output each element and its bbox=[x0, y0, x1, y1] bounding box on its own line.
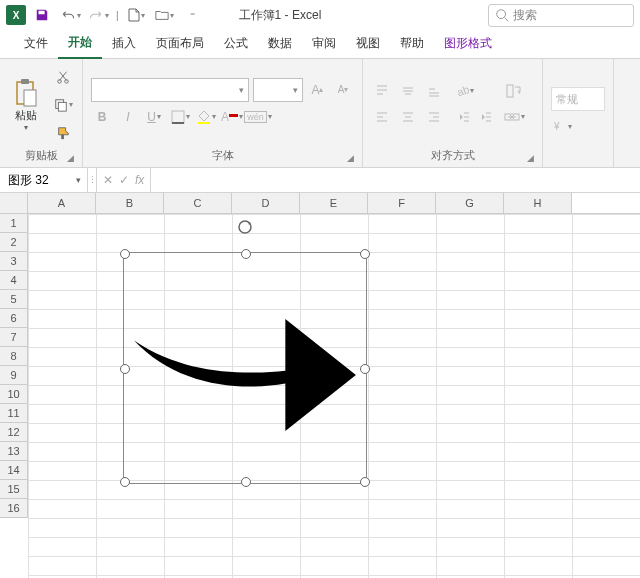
border-button[interactable]: ▾ bbox=[169, 106, 191, 128]
col-header[interactable]: H bbox=[504, 193, 572, 213]
align-right-button[interactable] bbox=[423, 106, 445, 128]
svg-text:ab: ab bbox=[455, 84, 469, 98]
open-file-button[interactable]: ▾ bbox=[153, 3, 177, 27]
row-header[interactable]: 14 bbox=[0, 461, 28, 480]
align-bottom-button[interactable] bbox=[423, 80, 445, 102]
tab-data[interactable]: 数据 bbox=[258, 29, 302, 58]
format-painter-button[interactable] bbox=[52, 122, 74, 144]
underline-button[interactable]: U▾ bbox=[143, 106, 165, 128]
col-header[interactable]: E bbox=[300, 193, 368, 213]
resize-handle-se[interactable] bbox=[360, 477, 370, 487]
group-font: ▾ ▾ A▴ A▾ B I U▾ ▾ ▾ A▾ wén▾ 字体◢ bbox=[83, 59, 363, 167]
wrap-text-button[interactable] bbox=[503, 80, 525, 102]
col-header[interactable]: A bbox=[28, 193, 96, 213]
fill-color-button[interactable]: ▾ bbox=[195, 106, 217, 128]
search-placeholder: 搜索 bbox=[513, 7, 537, 24]
tab-page-layout[interactable]: 页面布局 bbox=[146, 29, 214, 58]
name-box-input[interactable] bbox=[6, 172, 66, 188]
arrow-shape-icon bbox=[124, 293, 366, 431]
align-middle-button[interactable] bbox=[397, 80, 419, 102]
ribbon: 粘贴 ▾ ▾ 剪贴板◢ ▾ ▾ A▴ A▾ B bbox=[0, 59, 640, 168]
decrease-indent-button[interactable] bbox=[453, 106, 475, 128]
search-box[interactable]: 搜索 bbox=[488, 4, 634, 27]
row-header[interactable]: 7 bbox=[0, 328, 28, 347]
resize-handle-ne[interactable] bbox=[360, 249, 370, 259]
row-header[interactable]: 9 bbox=[0, 366, 28, 385]
undo-button[interactable]: ▾ bbox=[58, 3, 82, 27]
col-header[interactable]: D bbox=[232, 193, 300, 213]
col-header[interactable]: F bbox=[368, 193, 436, 213]
row-header[interactable]: 5 bbox=[0, 290, 28, 309]
col-header[interactable]: B bbox=[96, 193, 164, 213]
col-header[interactable]: G bbox=[436, 193, 504, 213]
align-center-button[interactable] bbox=[397, 106, 419, 128]
redo-button[interactable]: ▾ bbox=[86, 3, 110, 27]
clipboard-launcher[interactable]: ◢ bbox=[67, 153, 74, 163]
resize-handle-nw[interactable] bbox=[120, 249, 130, 259]
cut-button[interactable] bbox=[52, 66, 74, 88]
tab-formulas[interactable]: 公式 bbox=[214, 29, 258, 58]
orientation-button[interactable]: ab▾ bbox=[453, 80, 475, 102]
col-header[interactable]: C bbox=[164, 193, 232, 213]
tab-help[interactable]: 帮助 bbox=[390, 29, 434, 58]
row-header[interactable]: 4 bbox=[0, 271, 28, 290]
row-header[interactable]: 16 bbox=[0, 499, 28, 518]
decrease-font-button[interactable]: A▾ bbox=[332, 79, 354, 101]
select-all-corner[interactable] bbox=[0, 193, 28, 213]
row-header[interactable]: 8 bbox=[0, 347, 28, 366]
merge-center-button[interactable]: ▾ bbox=[503, 106, 525, 128]
row-header[interactable]: 6 bbox=[0, 309, 28, 328]
cancel-formula-button[interactable]: ✕ bbox=[103, 173, 113, 187]
resize-handle-sw[interactable] bbox=[120, 477, 130, 487]
row-header[interactable]: 12 bbox=[0, 423, 28, 442]
increase-font-button[interactable]: A▴ bbox=[307, 79, 329, 101]
tab-view[interactable]: 视图 bbox=[346, 29, 390, 58]
group-clipboard: 粘贴 ▾ ▾ 剪贴板◢ bbox=[0, 59, 83, 167]
tab-home[interactable]: 开始 bbox=[58, 28, 102, 59]
rotate-handle[interactable] bbox=[237, 219, 253, 235]
cells-area[interactable] bbox=[28, 214, 640, 578]
resize-handle-n[interactable] bbox=[241, 249, 251, 259]
accounting-format-button[interactable]: ¥▾ bbox=[551, 115, 573, 137]
formula-input[interactable] bbox=[151, 168, 640, 192]
new-file-button[interactable]: ▾ bbox=[125, 3, 149, 27]
name-box-dropdown[interactable]: ▾ bbox=[76, 175, 81, 185]
row-header[interactable]: 2 bbox=[0, 233, 28, 252]
tab-review[interactable]: 审阅 bbox=[302, 29, 346, 58]
italic-button[interactable]: I bbox=[117, 106, 139, 128]
selected-shape[interactable] bbox=[123, 252, 367, 484]
tab-file[interactable]: 文件 bbox=[14, 29, 58, 58]
tab-insert[interactable]: 插入 bbox=[102, 29, 146, 58]
font-launcher[interactable]: ◢ bbox=[347, 153, 354, 163]
svg-line-1 bbox=[505, 17, 509, 21]
svg-rect-8 bbox=[58, 102, 66, 111]
align-left-button[interactable] bbox=[371, 106, 393, 128]
paste-button[interactable]: 粘贴 ▾ bbox=[8, 77, 44, 133]
row-header[interactable]: 11 bbox=[0, 404, 28, 423]
row-header[interactable]: 13 bbox=[0, 442, 28, 461]
align-top-button[interactable] bbox=[371, 80, 393, 102]
number-format-combo[interactable]: 常规 bbox=[551, 87, 605, 111]
increase-indent-button[interactable] bbox=[475, 106, 497, 128]
row-header[interactable]: 1 bbox=[0, 214, 28, 233]
font-color-button[interactable]: A▾ bbox=[221, 106, 243, 128]
clipboard-label: 剪贴板 bbox=[25, 149, 58, 161]
name-box[interactable]: ▾ bbox=[0, 168, 88, 192]
enter-formula-button[interactable]: ✓ bbox=[119, 173, 129, 187]
row-header[interactable]: 3 bbox=[0, 252, 28, 271]
row-header[interactable]: 15 bbox=[0, 480, 28, 499]
copy-button[interactable]: ▾ bbox=[52, 94, 74, 116]
save-button[interactable] bbox=[30, 3, 54, 27]
font-label: 字体 bbox=[212, 149, 234, 161]
alignment-launcher[interactable]: ◢ bbox=[527, 153, 534, 163]
font-size-combo[interactable]: ▾ bbox=[253, 78, 303, 102]
phonetic-button[interactable]: wén▾ bbox=[247, 106, 269, 128]
customize-qat-button[interactable]: ⁼ bbox=[181, 3, 205, 27]
insert-function-button[interactable]: fx bbox=[135, 173, 144, 187]
bold-button[interactable]: B bbox=[91, 106, 113, 128]
expand-formula-bar[interactable]: ⋮ bbox=[88, 168, 97, 192]
font-family-combo[interactable]: ▾ bbox=[91, 78, 249, 102]
resize-handle-s[interactable] bbox=[241, 477, 251, 487]
tab-shape-format[interactable]: 图形格式 bbox=[434, 29, 502, 58]
row-header[interactable]: 10 bbox=[0, 385, 28, 404]
